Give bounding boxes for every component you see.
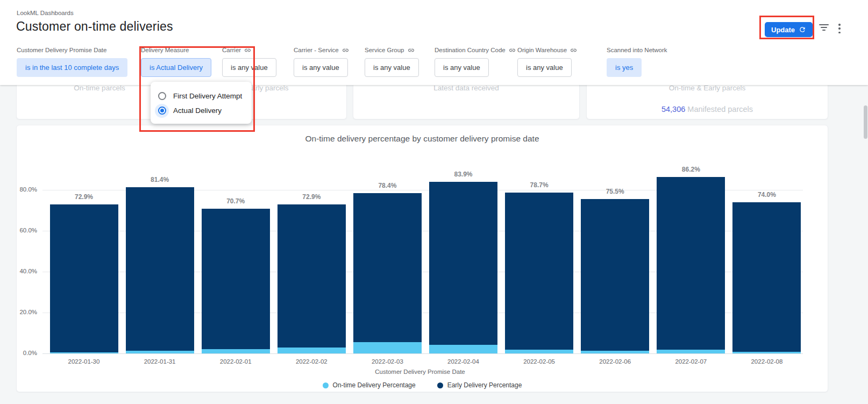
refresh-icon xyxy=(799,26,806,33)
x-axis-tick: 2022-02-07 xyxy=(659,358,723,365)
bar-segment-ontime[interactable] xyxy=(353,342,422,353)
bar-segment-early[interactable] xyxy=(657,177,725,350)
filter-chip[interactable]: is Actual Delivery xyxy=(141,58,211,77)
tile-title: On-time & Early parcels xyxy=(587,84,828,92)
x-axis-title: Customer Delivery Promise Date xyxy=(33,368,807,375)
dropdown-option-selected[interactable]: Actual Delivery xyxy=(151,103,252,118)
bar-total-label: 78.7% xyxy=(515,181,564,189)
kebab-menu-icon[interactable] xyxy=(837,24,842,33)
x-axis-tick: 2022-01-30 xyxy=(52,358,116,365)
filter-group-origin-warehouse: Origin Warehouseis any value xyxy=(517,46,577,77)
update-button[interactable]: Update xyxy=(765,22,813,37)
bar-segment-ontime[interactable] xyxy=(581,351,649,353)
legend-label: Early Delivery Percentage xyxy=(447,381,522,389)
bar-total-label: 72.9% xyxy=(60,193,108,201)
bar-segment-ontime[interactable] xyxy=(732,352,801,353)
radio-icon[interactable] xyxy=(158,92,166,100)
dropdown-option-unselected[interactable]: First Delivery Attempt xyxy=(151,89,252,103)
dashboard-header: LookML Dashboards Customer on-time deliv… xyxy=(0,0,868,85)
link-icon xyxy=(244,47,251,54)
bar-segment-ontime[interactable] xyxy=(505,350,573,353)
bar-segment-ontime[interactable] xyxy=(126,351,194,353)
chart-legend: On-time Delivery PercentageEarly Deliver… xyxy=(17,381,828,389)
link-icon xyxy=(408,47,415,54)
filter-label: Origin Warehouse xyxy=(517,47,567,53)
chart-card: On-time delivery percentage by customer … xyxy=(16,125,828,392)
filter-chip[interactable]: is any value xyxy=(435,58,489,77)
bar-segment-early[interactable] xyxy=(581,199,649,351)
filter-group-destination-country-code: Destination Country Codeis any value xyxy=(435,46,516,77)
bar-segment-ontime[interactable] xyxy=(657,350,725,353)
filter-label: Customer Delivery Promise Date xyxy=(17,47,106,53)
filter-group-carrier: Carrieris any value xyxy=(222,46,276,77)
y-axis-tick: 20.0% xyxy=(17,309,37,315)
x-axis-tick: 2022-02-08 xyxy=(735,358,799,365)
bar-segment-ontime[interactable] xyxy=(202,349,270,353)
x-axis-tick: 2022-02-03 xyxy=(355,358,419,365)
dropdown-option-label: First Delivery Attempt xyxy=(173,92,242,100)
x-axis-tick: 2022-02-02 xyxy=(279,358,344,365)
breadcrumb: LookML Dashboards xyxy=(17,10,74,16)
filter-label: Destination Country Code xyxy=(435,47,506,53)
dropdown-option-label: Actual Delivery xyxy=(173,107,222,115)
tile-value[interactable]: 54,306 xyxy=(661,105,685,114)
x-axis-tick: 2022-02-01 xyxy=(203,358,268,365)
y-axis-tick: 0.0% xyxy=(17,350,37,356)
bar-segment-early[interactable] xyxy=(202,209,270,349)
filter-chip[interactable]: is any value xyxy=(294,58,348,77)
radio-icon[interactable] xyxy=(158,107,166,115)
delivery-measure-dropdown: First Delivery AttemptActual Delivery xyxy=(151,82,252,124)
bar-segment-ontime[interactable] xyxy=(278,348,346,353)
bar-total-label: 83.9% xyxy=(439,171,488,178)
filter-group-customer-delivery-promise-date: Customer Delivery Promise Dateis in the … xyxy=(17,46,127,77)
x-axis-tick: 2022-02-06 xyxy=(583,358,648,365)
kpi-tile: Latest data received xyxy=(353,80,580,119)
filter-chip[interactable]: is yes xyxy=(607,58,642,77)
link-icon xyxy=(342,47,349,54)
bar-segment-early[interactable] xyxy=(429,182,497,345)
bar-segment-ontime[interactable] xyxy=(50,352,118,353)
legend-label: On-time Delivery Percentage xyxy=(333,381,416,389)
tile-title: Latest data received xyxy=(353,84,579,92)
bar-segment-early[interactable] xyxy=(505,193,573,350)
legend-dot xyxy=(323,382,329,388)
bar-total-label: 70.7% xyxy=(211,197,260,205)
filter-label: Carrier - Service xyxy=(294,47,339,53)
legend-item[interactable]: On-time Delivery Percentage xyxy=(323,381,416,389)
chart-title: On-time delivery percentage by customer … xyxy=(17,134,828,144)
bar-total-label: 72.9% xyxy=(287,193,336,201)
bar-segment-ontime[interactable] xyxy=(429,345,497,353)
filter-chip[interactable]: is any value xyxy=(222,58,276,77)
bar-total-label: 75.5% xyxy=(591,188,639,195)
bar-segment-early[interactable] xyxy=(278,204,346,348)
filter-chip[interactable]: is any value xyxy=(365,58,419,77)
tile-value-suffix: Manifested parcels xyxy=(685,105,753,114)
legend-dot xyxy=(437,382,443,388)
filter-group-delivery-measure: Delivery Measureis Actual Delivery xyxy=(141,46,211,77)
filter-label: Delivery Measure xyxy=(141,47,189,53)
bar-total-label: 74.0% xyxy=(743,191,791,199)
y-axis-tick: 60.0% xyxy=(17,227,37,233)
bar-total-label: 78.4% xyxy=(363,182,411,189)
legend-item[interactable]: Early Delivery Percentage xyxy=(437,381,522,389)
bar-total-label: 81.4% xyxy=(136,176,184,183)
filter-chip[interactable]: is any value xyxy=(517,58,572,77)
vertical-scrollbar-thumb[interactable] xyxy=(864,105,867,139)
filter-label: Service Group xyxy=(365,47,404,53)
bar-segment-early[interactable] xyxy=(732,202,801,352)
y-axis-tick: 40.0% xyxy=(17,268,37,274)
kpi-tile: On-time & Early parcels54,306 Manifested… xyxy=(586,80,828,119)
x-axis-tick: 2022-02-04 xyxy=(431,358,496,365)
bar-segment-early[interactable] xyxy=(50,204,118,352)
filter-list-icon[interactable] xyxy=(819,24,829,32)
x-axis-tick: 2022-01-31 xyxy=(127,358,192,365)
filter-label: Carrier xyxy=(222,47,241,53)
link-icon xyxy=(570,47,577,54)
update-button-label: Update xyxy=(771,26,795,34)
filter-chip[interactable]: is in the last 10 complete days xyxy=(17,58,127,77)
page-title: Customer on-time deliveries xyxy=(16,19,173,34)
bar-segment-early[interactable] xyxy=(353,193,422,342)
bar-total-label: 86.2% xyxy=(667,166,715,173)
bar-segment-early[interactable] xyxy=(126,187,194,351)
y-axis-tick: 80.0% xyxy=(17,186,37,193)
